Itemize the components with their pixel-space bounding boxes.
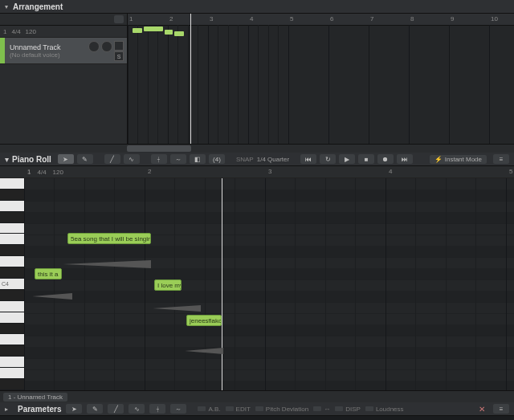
parameter-list: A.B. EDIT Pitch Deviation ↔ DISP Loudnes…	[198, 406, 403, 413]
lightning-icon: ⚡	[434, 156, 443, 163]
toggle-button[interactable]: ◧	[190, 154, 206, 164]
pencil-tool-button[interactable]: ✎	[77, 154, 93, 164]
pr-ruler-tick: 1	[27, 168, 31, 175]
ruler-tick: 7	[370, 15, 373, 22]
chevron-down-icon: ▾	[5, 3, 8, 10]
pr-info-tempo[interactable]: 120	[53, 169, 63, 176]
track-row[interactable]: Unnamed Track (No default voice) S	[0, 38, 127, 64]
param-pencil-button[interactable]: ✎	[87, 404, 103, 414]
scrollbar-thumb[interactable]	[127, 145, 191, 152]
close-icon[interactable]: ✕	[479, 405, 485, 414]
menu-icon[interactable]	[114, 15, 124, 23]
line-tool-button[interactable]: ╱	[104, 154, 120, 164]
play-button[interactable]: ▶	[339, 154, 355, 164]
ruler-tick: 3	[210, 15, 213, 22]
arrangement-ruler[interactable]: 1 2 3 4 5 6 7 8 9 10	[128, 14, 514, 26]
ruler-tick: 4	[250, 15, 253, 22]
track-mute-button[interactable]	[114, 41, 124, 51]
pr-info-sig[interactable]: 4/4	[37, 169, 46, 176]
params-count-button[interactable]: (4)	[209, 154, 225, 164]
ruler-tick: 9	[451, 15, 454, 22]
chevron-down-icon[interactable]: ▾	[5, 155, 9, 164]
param-item[interactable]: EDIT	[226, 406, 251, 413]
ruler-tick: 1	[129, 15, 133, 22]
pianoroll-canvas[interactable]: this it a 5ea song that I will be singin…	[24, 178, 514, 390]
pr-ruler-tick: 3	[268, 168, 271, 175]
arrangement-title: Arrangement	[13, 2, 63, 11]
menu-icon[interactable]: ≡	[493, 404, 509, 414]
curve-tool-button[interactable]: ∿	[124, 154, 140, 164]
note[interactable]: 5ea song that I will be singing for	[67, 233, 151, 244]
param-item[interactable]: Pitch Deviation	[255, 406, 308, 413]
arrangement-header[interactable]: ▾ Arrangement	[0, 0, 514, 14]
info-tempo[interactable]: 120	[26, 28, 36, 35]
param-free-button[interactable]: ～	[170, 404, 186, 414]
param-line-button[interactable]: ╱	[108, 404, 124, 414]
ruler-tick: 10	[491, 15, 498, 22]
stop-button[interactable]: ■	[358, 154, 374, 164]
forward-button[interactable]: ⏭	[397, 154, 413, 164]
arrangement-info-bar: 1 4/4 120	[0, 26, 127, 38]
note[interactable]: jeneesflakc1	[186, 315, 222, 326]
freehand-tool-button[interactable]: ～	[170, 154, 186, 164]
ruler-tick: 8	[410, 15, 414, 22]
track-tab[interactable]: 1 - Unnamed Track	[3, 393, 67, 402]
menu-icon[interactable]: ≡	[493, 154, 509, 164]
arrangement-clip[interactable]	[165, 30, 173, 35]
parameters-header[interactable]: ▸ Parameters ➤ ✎ ╱ ∿ ⟊ ～ A.B. EDIT Pitch…	[0, 402, 514, 416]
note[interactable]: I love my	[154, 279, 182, 291]
rewind-button[interactable]: ⏮	[300, 154, 316, 164]
ruler-tick: 5	[290, 15, 293, 22]
pr-ruler-tick: 5	[509, 168, 512, 175]
param-item[interactable]: Loudness	[365, 406, 404, 413]
pianoroll-title: Piano Roll	[12, 155, 51, 164]
arrangement-playhead[interactable]	[190, 14, 191, 144]
track-pan-knob[interactable]	[101, 41, 112, 52]
pianoroll-info-bar: 1 4/4 120 1 2 3 4 5	[0, 166, 514, 178]
pr-ruler-tick: 2	[148, 168, 151, 175]
arrangement-clip[interactable]	[133, 28, 142, 33]
arrangement-scrollbar[interactable]	[0, 144, 514, 153]
anchor-tool-button[interactable]: ⟊	[151, 154, 167, 164]
track-solo-button[interactable]: S	[114, 51, 124, 61]
record-button[interactable]: ⏺	[377, 154, 394, 164]
track-list: 1 4/4 120 Unnamed Track (No default voic…	[0, 14, 128, 144]
pianoroll-header: ▾ Piano Roll ➤ ✎ ╱ ∿ ⟊ ～ ◧ (4) SNAP 1/4 …	[0, 153, 514, 166]
parameters-title: Parameters	[18, 405, 61, 414]
note[interactable]: this it a	[35, 268, 62, 279]
octave-label: C4	[2, 281, 9, 287]
snap-value[interactable]: 1/4 Quarter	[257, 156, 289, 163]
info-bar-number: 1	[3, 28, 6, 35]
pianoroll-playhead[interactable]	[222, 178, 222, 390]
piano-keyboard[interactable]: C4	[0, 178, 24, 390]
snap-label: SNAP	[236, 156, 254, 163]
arrangement-clip[interactable]	[174, 31, 184, 36]
param-pointer-button[interactable]: ➤	[66, 404, 82, 414]
param-item[interactable]: ↔	[313, 406, 330, 413]
track-list-toolbar	[0, 14, 127, 26]
chevron-right-icon: ▸	[5, 406, 8, 413]
ruler-tick: 6	[330, 15, 333, 22]
pianoroll-track-tab-bar: 1 - Unnamed Track	[0, 390, 514, 402]
instant-mode-toggle[interactable]: ⚡ Instant Mode	[430, 155, 487, 164]
arrangement-clip[interactable]	[144, 27, 163, 31]
param-item[interactable]: A.B.	[198, 406, 220, 413]
pointer-tool-button[interactable]: ➤	[58, 154, 74, 164]
param-anchor-button[interactable]: ⟊	[149, 404, 165, 414]
track-volume-knob[interactable]	[88, 41, 100, 52]
loop-button[interactable]: ↻	[320, 154, 336, 164]
param-item[interactable]: DISP	[335, 406, 361, 413]
pr-ruler-tick: 4	[389, 168, 392, 175]
ruler-tick: 2	[169, 15, 173, 22]
info-time-sig[interactable]: 4/4	[11, 28, 20, 35]
param-curve-button[interactable]: ∿	[128, 404, 145, 414]
arrangement-canvas[interactable]: 1 2 3 4 5 6 7 8 9 10	[128, 14, 514, 144]
